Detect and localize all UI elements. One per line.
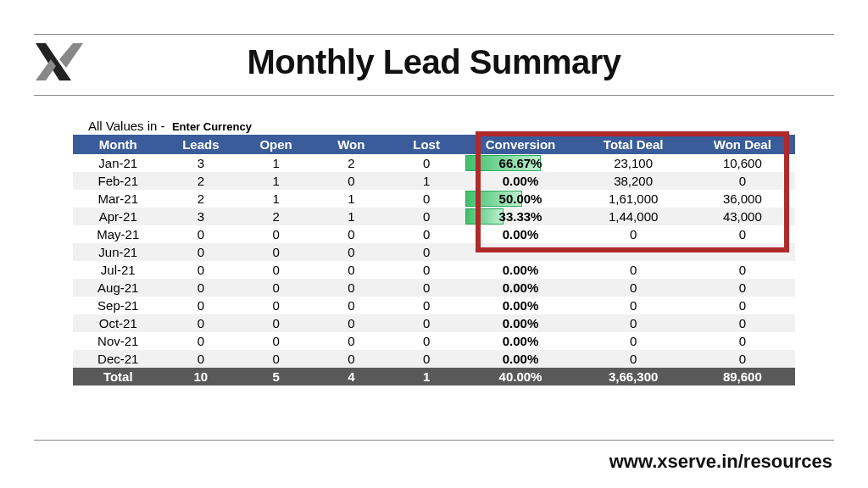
table-cell: 0 [314, 243, 389, 261]
total-deal-cell: 0 [577, 332, 690, 350]
table-cell: Nov-21 [73, 332, 164, 350]
table-cell: 0 [389, 279, 465, 297]
table-cell: 1 [389, 172, 465, 190]
conversion-cell: 0.00% [464, 314, 576, 332]
total-deal-cell: 0 [577, 279, 690, 297]
won-deal-cell: 36,000 [690, 190, 795, 208]
conversion-value: 0.00% [467, 227, 573, 241]
table-cell: 0 [238, 297, 314, 314]
total-deal-cell: 0 [577, 225, 690, 243]
table-cell: 3 [164, 154, 239, 172]
conversion-cell: 66.67% [464, 154, 576, 172]
table-row: Mar-21211050.00%1,61,00036,000 [73, 190, 795, 208]
conversion-cell: 50.00% [464, 190, 576, 208]
conversion-value: 0.00% [467, 334, 573, 348]
table-cell: 0 [238, 261, 314, 279]
svg-marker-1 [59, 43, 83, 68]
table-cell: 0 [238, 225, 314, 243]
table-row: Jun-210000 [73, 243, 795, 261]
table-cell: 0 [389, 154, 465, 172]
conversion-value: 0.00% [467, 263, 573, 277]
conversion-value: 0.00% [467, 316, 573, 330]
won-deal-cell [690, 243, 795, 261]
table-cell: 0 [389, 243, 465, 261]
table-cell: 1 [314, 190, 389, 208]
table-cell: 0 [238, 314, 314, 332]
conversion-cell [464, 243, 576, 261]
top-rule [34, 34, 834, 35]
conversion-value: 33.33% [467, 209, 573, 224]
won-deal-cell: 0 [690, 332, 795, 350]
total-open: 5 [238, 368, 314, 385]
won-deal-cell: 0 [690, 225, 795, 243]
won-deal-cell: 43,000 [690, 208, 795, 225]
table-cell: 2 [314, 154, 389, 172]
won-deal-cell: 0 [690, 261, 795, 279]
won-deal-cell: 0 [690, 279, 795, 297]
table-cell: Feb-21 [73, 172, 164, 190]
conversion-value: 0.00% [467, 298, 573, 313]
col-header: Won [314, 135, 389, 154]
col-header: Won Deal [690, 135, 795, 154]
total-deal-cell: 1,44,000 [577, 208, 690, 225]
conversion-value: 0.00% [467, 280, 573, 295]
table-cell: 1 [238, 172, 314, 190]
total-lost: 1 [389, 368, 465, 385]
table-cell: 0 [314, 297, 389, 314]
table-cell: 0 [238, 243, 314, 261]
table-cell: 0 [164, 332, 239, 350]
table-cell: 0 [164, 225, 239, 243]
table-cell: 1 [314, 208, 389, 225]
table-cell: Apr-21 [73, 208, 164, 225]
table-row: Apr-21321033.33%1,44,00043,000 [73, 208, 795, 225]
total-deal-cell: 38,200 [577, 172, 690, 190]
conversion-cell: 0.00% [464, 225, 576, 243]
currency-placeholder: Enter Currency [172, 120, 252, 133]
table-cell: Sep-21 [73, 297, 164, 314]
won-deal-cell: 0 [690, 172, 795, 190]
table-row: Dec-2100000.00%00 [73, 350, 795, 368]
prelabel-text: All Values in - [88, 119, 165, 133]
col-header: Leads [164, 135, 239, 154]
col-header: Month [73, 135, 164, 154]
table-cell: 2 [164, 172, 239, 190]
conversion-cell: 0.00% [464, 350, 576, 368]
table-cell: 0 [164, 350, 239, 368]
table-cell: 0 [164, 261, 239, 279]
table-cell: 0 [164, 279, 239, 297]
conversion-cell: 0.00% [464, 261, 576, 279]
won-deal-cell: 0 [690, 314, 795, 332]
lead-summary-table: Month Leads Open Won Lost Conversion Tot… [73, 135, 795, 385]
table-cell: 2 [238, 208, 314, 225]
table-row: Feb-2121010.00%38,2000 [73, 172, 795, 190]
currency-label: All Values in - Enter Currency [73, 119, 795, 133]
table-cell: May-21 [73, 225, 164, 243]
conversion-cell: 0.00% [464, 279, 576, 297]
page-title: Monthly Lead Summary [110, 43, 758, 81]
table-cell: 0 [164, 314, 239, 332]
conversion-cell: 33.33% [464, 208, 576, 225]
total-leads: 10 [164, 368, 239, 385]
conversion-value: 0.00% [467, 352, 573, 366]
table-cell: 1 [238, 190, 314, 208]
won-deal-cell: 0 [690, 297, 795, 314]
table-cell: 0 [389, 314, 465, 332]
total-deal-cell: 0 [577, 314, 690, 332]
total-deal: 3,66,300 [577, 368, 690, 385]
table-row: Nov-2100000.00%00 [73, 332, 795, 350]
total-deal-cell: 1,61,000 [577, 190, 690, 208]
total-conv: 40.00% [464, 368, 576, 385]
logo-icon [34, 41, 85, 83]
table-cell: 0 [389, 261, 465, 279]
footer-url: www.xserve.in/resources [609, 451, 832, 473]
table-row: Sep-2100000.00%00 [73, 297, 795, 314]
total-label: Total [73, 368, 164, 385]
table-cell: 0 [389, 190, 465, 208]
col-header: Total Deal [577, 135, 690, 154]
table-cell: Jun-21 [73, 243, 164, 261]
table-cell: 0 [164, 297, 239, 314]
conversion-cell: 0.00% [464, 297, 576, 314]
col-header: Conversion [464, 135, 576, 154]
table-cell: 0 [314, 261, 389, 279]
table-cell: 0 [238, 350, 314, 368]
